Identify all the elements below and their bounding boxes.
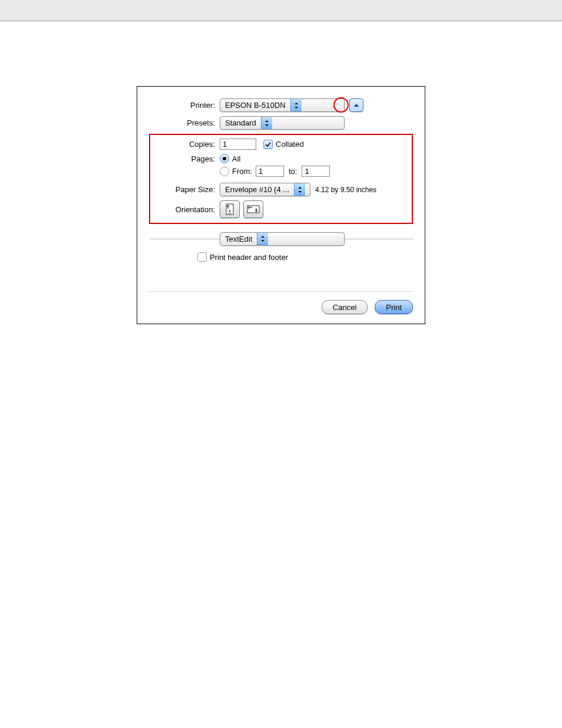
- print-dialog: Printer: EPSON B-510DN Presets: Standard: [137, 86, 425, 324]
- section-value: TextEdit: [220, 235, 257, 243]
- paper-size-label: Paper Size:: [154, 185, 220, 194]
- header-footer-row: Print header and footer: [197, 252, 413, 262]
- button-row: Cancel Print: [149, 300, 413, 314]
- section-divider: TextEdit: [149, 232, 413, 245]
- print-button[interactable]: Print: [375, 300, 413, 314]
- pages-label: Pages:: [154, 154, 220, 163]
- header-footer-checkbox[interactable]: [197, 252, 207, 262]
- header-footer-label: Print header and footer: [210, 253, 288, 262]
- section-select[interactable]: TextEdit: [220, 232, 345, 246]
- pages-from-radio[interactable]: [220, 167, 229, 176]
- pages-from-input[interactable]: [256, 166, 284, 177]
- paper-size-row: Paper Size: Envelope #10 (4 ... 4.12 by …: [154, 183, 408, 196]
- check-icon: [265, 141, 271, 147]
- highlight-box: Copies: Collated Pages: All From: to:: [149, 134, 413, 224]
- footer-divider: [149, 291, 413, 292]
- triangle-up-icon: [353, 103, 359, 108]
- orientation-portrait-button[interactable]: [220, 200, 240, 218]
- svg-point-3: [256, 209, 257, 210]
- updown-arrows-icon: [257, 233, 268, 245]
- to-label: to:: [289, 167, 297, 176]
- presets-label: Presets:: [149, 118, 220, 127]
- orientation-row: Orientation:: [154, 200, 408, 218]
- printer-value: EPSON B-510DN: [220, 101, 290, 110]
- copies-row: Copies: Collated: [154, 139, 408, 150]
- copies-input[interactable]: [220, 139, 256, 150]
- printer-select[interactable]: EPSON B-510DN: [220, 98, 345, 112]
- pages-all-radio[interactable]: [220, 154, 229, 163]
- collapse-button[interactable]: [349, 98, 363, 112]
- pages-all-label: All: [232, 154, 240, 163]
- copies-label: Copies:: [154, 140, 220, 149]
- pages-row: Pages: All: [154, 154, 408, 163]
- presets-value: Standard: [220, 118, 261, 127]
- pages-from-row: From: to:: [220, 166, 408, 177]
- orientation-label: Orientation:: [154, 205, 220, 214]
- svg-rect-4: [256, 210, 257, 212]
- from-label: From:: [232, 167, 252, 176]
- presets-row: Presets: Standard: [149, 116, 413, 130]
- paper-size-value: Envelope #10 (4 ...: [220, 185, 294, 194]
- updown-arrows-icon: [294, 183, 305, 196]
- updown-arrows-icon: [261, 117, 272, 129]
- collated-checkbox[interactable]: [263, 140, 273, 149]
- presets-select[interactable]: Standard: [220, 116, 345, 130]
- collated-label: Collated: [276, 140, 304, 149]
- cancel-button[interactable]: Cancel: [322, 300, 368, 314]
- paper-size-dimensions: 4.12 by 9.50 inches: [315, 186, 376, 194]
- printer-row: Printer: EPSON B-510DN: [149, 98, 413, 112]
- portrait-icon: [224, 203, 235, 215]
- updown-arrows-icon: [290, 99, 302, 111]
- pages-to-input[interactable]: [302, 166, 330, 177]
- svg-point-1: [229, 210, 231, 212]
- landscape-icon: [247, 205, 260, 214]
- orientation-landscape-button[interactable]: [243, 200, 263, 218]
- paper-size-select[interactable]: Envelope #10 (4 ...: [220, 183, 310, 196]
- printer-label: Printer:: [149, 101, 220, 110]
